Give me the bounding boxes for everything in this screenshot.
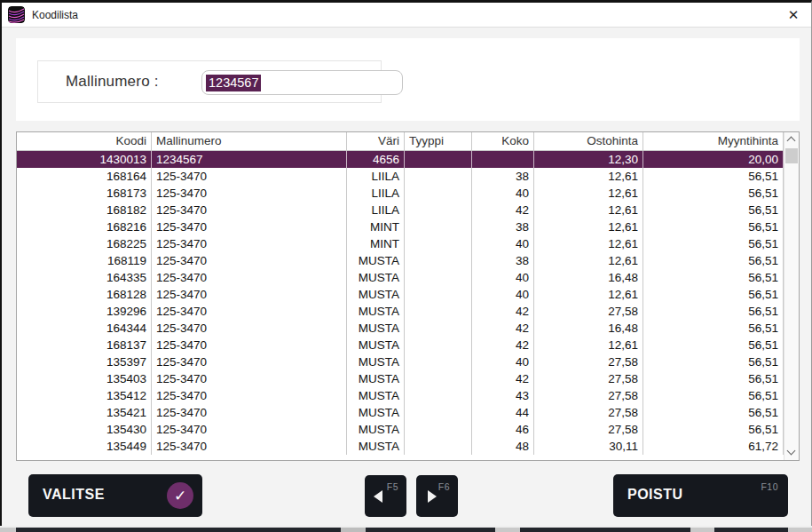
table-cell-koko: 40 bbox=[472, 286, 534, 303]
table-cell-ostohinta: 16,48 bbox=[534, 320, 643, 337]
table-cell-tyyppi bbox=[405, 185, 472, 202]
table-row[interactable]: 139296125-3470MUSTA4227,5856,51 bbox=[17, 303, 799, 320]
table-cell-vari: MUSTA bbox=[347, 337, 405, 353]
table-cell-koko: 38 bbox=[472, 252, 534, 269]
table-body: 14300131234567465612,3020,00168164125-34… bbox=[17, 151, 799, 459]
table-cell-tyyppi bbox=[405, 202, 472, 218]
table-row[interactable]: 168119125-3470MUSTA3812,6156,51 bbox=[17, 252, 799, 269]
table-cell-vari: MINT bbox=[347, 218, 405, 235]
column-header-myyntihinta: Myyntihinta bbox=[643, 132, 784, 150]
table-row[interactable]: 168225125-3470MINT4012,6156,51 bbox=[17, 235, 799, 252]
table-cell-mallinumero: 125-3470 bbox=[152, 286, 347, 303]
table-cell-ostohinta: 12,30 bbox=[534, 151, 643, 168]
table-cell-koodi: 168182 bbox=[17, 202, 152, 218]
table-cell-mallinumero: 125-3470 bbox=[152, 404, 347, 421]
table-cell-tyyppi bbox=[405, 438, 472, 455]
table-row[interactable]: 164335125-3470MUSTA4016,4856,51 bbox=[17, 269, 799, 286]
table-cell-koodi: 135403 bbox=[17, 370, 152, 387]
table-cell-ostohinta: 12,61 bbox=[534, 286, 643, 303]
table-cell-ostohinta: 12,61 bbox=[534, 235, 643, 252]
table-cell-tyyppi bbox=[405, 151, 472, 168]
table-cell-ostohinta: 12,61 bbox=[534, 202, 643, 218]
vertical-scrollbar[interactable] bbox=[784, 132, 799, 460]
table-row[interactable]: 135421125-3470MUSTA4427,5856,51 bbox=[17, 404, 799, 421]
chevron-up-icon bbox=[787, 137, 796, 146]
table-cell-myyntihinta: 56,51 bbox=[643, 404, 784, 421]
table-cell-koodi: 164344 bbox=[17, 320, 152, 337]
table-cell-koodi: 164335 bbox=[17, 269, 152, 286]
table-cell-myyntihinta: 56,51 bbox=[643, 370, 784, 387]
table-cell-mallinumero: 125-3470 bbox=[152, 252, 347, 269]
table-row[interactable]: 14300131234567465612,3020,00 bbox=[17, 151, 799, 168]
table-cell-koko: 43 bbox=[472, 387, 534, 404]
table-cell-tyyppi bbox=[405, 168, 472, 185]
scrollbar-thumb[interactable] bbox=[785, 148, 798, 163]
table-cell-tyyppi bbox=[405, 235, 472, 252]
table-row[interactable]: 135430125-3470MUSTA4627,5856,51 bbox=[17, 421, 799, 438]
table-cell-tyyppi bbox=[405, 337, 472, 353]
table-cell-vari: LIILA bbox=[347, 202, 405, 218]
table-cell-vari: LIILA bbox=[347, 168, 405, 185]
table-cell-tyyppi bbox=[405, 269, 472, 286]
table-header: Koodi Mallinumero Väri Tyyppi Koko Ostoh… bbox=[17, 132, 799, 151]
table-row[interactable]: 168173125-3470LIILA4012,6156,51 bbox=[17, 185, 799, 202]
previous-button[interactable]: F5 bbox=[365, 475, 406, 517]
window-title: Koodilista bbox=[32, 9, 78, 21]
model-number-input[interactable]: 1234567 bbox=[201, 70, 403, 95]
poistu-button-label: POISTU bbox=[627, 487, 683, 503]
table-row[interactable]: 168164125-3470LIILA3812,6156,51 bbox=[17, 168, 799, 185]
table-row[interactable]: 135412125-3470MUSTA4327,5856,51 bbox=[17, 387, 799, 404]
table-row[interactable]: 168216125-3470MINT3812,6156,51 bbox=[17, 218, 799, 235]
table-cell-koodi: 135430 bbox=[17, 421, 152, 438]
table-cell-mallinumero: 125-3470 bbox=[152, 438, 347, 455]
table-cell-koko bbox=[472, 151, 534, 168]
table-cell-koodi: 139296 bbox=[17, 303, 152, 320]
close-icon[interactable]: ✕ bbox=[776, 3, 811, 28]
table-cell-mallinumero: 125-3470 bbox=[152, 353, 347, 370]
table-cell-vari: MUSTA bbox=[347, 353, 405, 370]
table-row[interactable]: 168137125-3470MUSTA4212,6156,51 bbox=[17, 337, 799, 353]
model-number-fieldset: Mallinumero : 1234567 bbox=[37, 60, 382, 103]
table-cell-tyyppi bbox=[405, 303, 472, 320]
table-cell-koko: 40 bbox=[472, 269, 534, 286]
table-cell-myyntihinta: 56,51 bbox=[643, 185, 784, 202]
table-cell-vari: MUSTA bbox=[347, 387, 405, 404]
next-button[interactable]: F6 bbox=[416, 475, 458, 517]
table-row[interactable]: 164344125-3470MUSTA4216,4856,51 bbox=[17, 320, 799, 337]
column-header-mallinumero: Mallinumero bbox=[152, 132, 347, 150]
table-cell-myyntihinta: 56,51 bbox=[643, 337, 784, 353]
scroll-down-button[interactable] bbox=[784, 445, 799, 460]
table-cell-koko: 40 bbox=[472, 353, 534, 370]
valitse-button-label: VALITSE bbox=[43, 487, 105, 503]
table-row[interactable]: 135403125-3470MUSTA4227,5856,51 bbox=[17, 370, 799, 387]
table-row[interactable]: 168182125-3470LIILA4212,6156,51 bbox=[17, 202, 799, 218]
valitse-button[interactable]: VALITSE ✓ bbox=[28, 474, 202, 517]
scroll-up-button[interactable] bbox=[784, 132, 799, 147]
table-cell-koodi: 168216 bbox=[17, 218, 152, 235]
table-cell-ostohinta: 27,58 bbox=[534, 303, 643, 320]
arrow-right-icon bbox=[428, 490, 437, 503]
column-header-koko: Koko bbox=[472, 132, 534, 150]
table-cell-koodi: 168128 bbox=[17, 286, 152, 303]
table-cell-tyyppi bbox=[405, 404, 472, 421]
table-cell-mallinumero: 125-3470 bbox=[152, 202, 347, 218]
table-cell-myyntihinta: 56,51 bbox=[643, 235, 784, 252]
column-header-vari: Väri bbox=[347, 132, 405, 150]
table-cell-koodi: 168119 bbox=[17, 252, 152, 269]
model-number-value: 1234567 bbox=[206, 75, 261, 91]
table-cell-mallinumero: 125-3470 bbox=[152, 320, 347, 337]
table-row[interactable]: 168128125-3470MUSTA4012,6156,51 bbox=[17, 286, 799, 303]
table-cell-ostohinta: 12,61 bbox=[534, 185, 643, 202]
table-cell-mallinumero: 125-3470 bbox=[152, 303, 347, 320]
table-cell-myyntihinta: 56,51 bbox=[643, 303, 784, 320]
table-cell-ostohinta: 12,61 bbox=[534, 252, 643, 269]
table-cell-vari: MUSTA bbox=[347, 320, 405, 337]
next-shortcut-label: F6 bbox=[438, 481, 450, 492]
table-row[interactable]: 135397125-3470MUSTA4027,5856,51 bbox=[17, 353, 799, 370]
poistu-button[interactable]: POISTU F10 bbox=[613, 474, 788, 517]
background-window-sliver bbox=[0, 526, 812, 532]
table-cell-vari: MUSTA bbox=[347, 252, 405, 269]
table-row[interactable]: 135449125-3470MUSTA4830,1161,72 bbox=[17, 438, 799, 455]
table-cell-tyyppi bbox=[405, 252, 472, 269]
table-cell-koodi: 135421 bbox=[17, 404, 152, 421]
